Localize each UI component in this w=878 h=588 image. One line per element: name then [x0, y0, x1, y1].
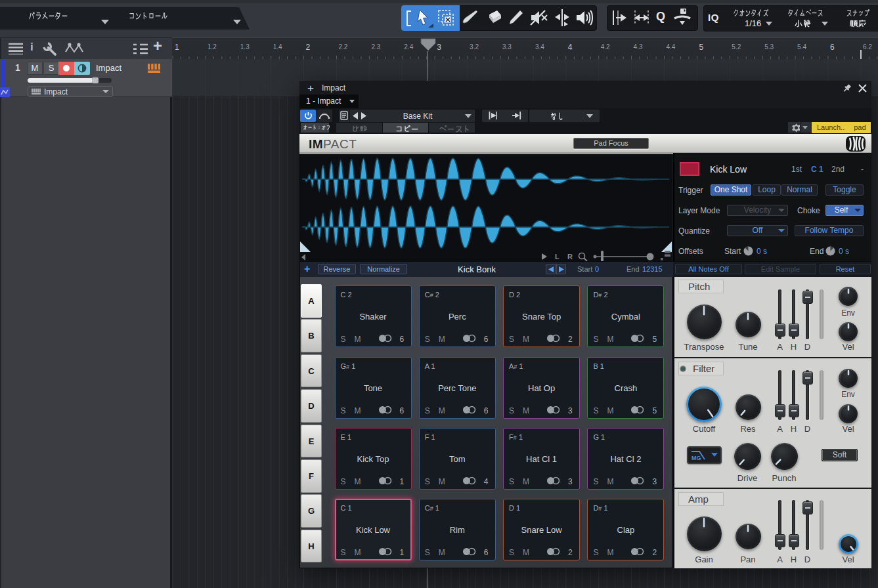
svg-text:4.2: 4.2: [601, 43, 610, 51]
svg-text:3.4: 3.4: [535, 43, 544, 51]
svg-text:2.4: 2.4: [404, 43, 413, 51]
svg-text:6.2: 6.2: [863, 43, 872, 51]
svg-text:6: 6: [830, 43, 835, 52]
svg-text:1.4: 1.4: [273, 43, 282, 51]
svg-text:5.3: 5.3: [764, 43, 774, 51]
svg-text:4.4: 4.4: [667, 43, 676, 51]
svg-text:R: R: [567, 253, 573, 261]
svg-text:2.3: 2.3: [371, 43, 380, 51]
svg-text:1: 1: [175, 43, 179, 52]
svg-text:4.3: 4.3: [634, 43, 643, 51]
svg-text:L: L: [555, 253, 560, 261]
svg-text:5: 5: [699, 43, 703, 52]
svg-text:2.2: 2.2: [339, 43, 348, 51]
svg-text:3: 3: [437, 43, 441, 52]
svg-text:1.3: 1.3: [240, 43, 250, 51]
svg-text:3.2: 3.2: [470, 43, 479, 51]
svg-text:3.3: 3.3: [502, 43, 512, 51]
svg-text:2: 2: [306, 43, 311, 52]
svg-text:5.2: 5.2: [732, 43, 741, 51]
svg-text:5.4: 5.4: [797, 43, 806, 51]
svg-text:MG: MG: [691, 455, 701, 461]
svg-text:4: 4: [568, 43, 573, 52]
svg-text:1.2: 1.2: [208, 43, 217, 51]
